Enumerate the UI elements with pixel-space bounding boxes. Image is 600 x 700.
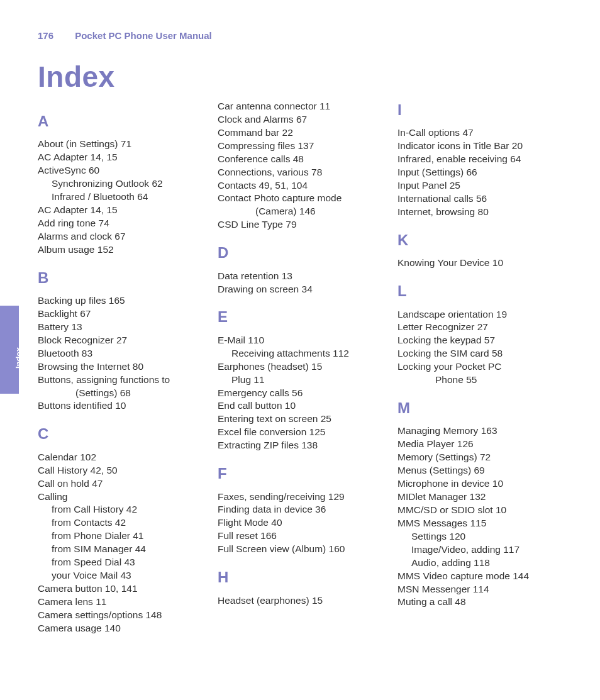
index-entry: Image/Video, adding 117	[397, 543, 562, 557]
index-entry: Browsing the Internet 80	[38, 360, 203, 374]
index-entry: MMC/SD or SDIO slot 10	[397, 504, 562, 517]
index-entry: MIDlet Manager 132	[397, 491, 562, 504]
section-letter: F	[218, 464, 382, 484]
index-entry: Calling	[38, 491, 203, 504]
index-entry: AC Adapter 14, 15	[38, 151, 203, 164]
header-title: Pocket PC Phone User Manual	[75, 30, 212, 41]
index-entry: Camera button 10, 141	[38, 582, 203, 596]
index-entry: Camera usage 140	[38, 622, 203, 635]
index-entry: Infrared / Bluetooth 64	[38, 191, 203, 204]
section-letter: C	[38, 424, 203, 444]
index-entry: Data retention 13	[218, 270, 382, 283]
index-entry: E-Mail 110	[218, 334, 382, 347]
index-entry: Alarms and clock 67	[38, 230, 203, 243]
index-entry: Block Recognizer 27	[38, 334, 203, 347]
index-entry: Excel file conversion 125	[218, 426, 382, 439]
index-entry: Full reset 166	[218, 530, 382, 543]
index-section: AAbout (in Settings) 71AC Adapter 14, 15…	[38, 111, 203, 257]
side-tab-label: Index	[14, 347, 23, 369]
index-entry: Locking your Pocket PC	[397, 360, 562, 374]
index-entry: Infrared, enable receiving 64	[397, 153, 562, 166]
index-entry: Bluetooth 83	[38, 347, 203, 360]
index-entry: Contacts 49, 51, 104	[218, 179, 382, 192]
index-entry: In-Call options 47	[397, 126, 562, 140]
index-entry: Synchronizing Outlook 62	[38, 177, 203, 191]
index-entry: AC Adapter 14, 15	[38, 204, 203, 217]
index-entry: Clock and Alarms 67	[218, 113, 382, 126]
index-entry: Menus (Settings) 69	[397, 464, 562, 477]
index-entry: Landscape orientation 19	[397, 308, 562, 321]
index-entry: Indicator icons in Title Bar 20	[397, 140, 562, 153]
index-entry: from Speed Dial 43	[38, 556, 203, 569]
section-letter: A	[38, 111, 203, 131]
index-entry: ActiveSync 60	[38, 164, 203, 177]
index-section: FFaxes, sending/receiving 129Finding dat…	[218, 464, 382, 556]
index-entry: Camera settings/options 148	[38, 609, 203, 622]
index-entry: Knowing Your Device 10	[397, 257, 562, 270]
index-section: EE-Mail 110Receiving attachments 112Earp…	[218, 307, 382, 452]
index-entry: (Camera) 146	[218, 205, 382, 218]
index-entry: Command bar 22	[218, 126, 382, 140]
section-letter: H	[218, 567, 382, 587]
index-section: LLandscape orientation 19Letter Recogniz…	[397, 281, 562, 387]
index-entry: Full Screen view (Album) 160	[218, 543, 382, 556]
index-section: HHeadset (earphones) 15	[218, 567, 382, 607]
index-entry: MSN Messenger 114	[397, 583, 562, 596]
index-entry: Battery 13	[38, 321, 203, 334]
index-entry: International calls 56	[397, 192, 562, 206]
index-entry: from Call History 42	[38, 503, 203, 516]
section-letter: K	[397, 230, 562, 250]
section-letter: B	[38, 268, 203, 288]
section-letter: M	[397, 398, 562, 418]
index-entry: from Phone Dialer 41	[38, 530, 203, 543]
section-letter: I	[397, 100, 562, 120]
index-entry: Locking the SIM card 58	[397, 347, 562, 360]
index-entry: Emergency calls 56	[218, 387, 382, 400]
index-entry: Album usage 152	[38, 243, 203, 257]
index-entry: MMS Messages 115	[397, 517, 562, 530]
page-number: 176	[38, 30, 53, 41]
index-entry: Contact Photo capture mode	[218, 192, 382, 205]
index-entry: Flight Mode 40	[218, 516, 382, 530]
index-entry: Earphones (headset) 15	[218, 360, 382, 374]
section-letter: L	[397, 281, 562, 301]
index-section: KKnowing Your Device 10	[397, 230, 562, 270]
index-entry: your Voice Mail 43	[38, 569, 203, 582]
index-section: Car antenna connector 11Clock and Alarms…	[218, 100, 382, 231]
index-entry: Plug 11	[218, 374, 382, 387]
index-entry: Managing Memory 163	[397, 425, 562, 438]
index-entry: Locking the keypad 57	[397, 334, 562, 347]
index-entry: Muting a call 48	[397, 596, 562, 609]
index-entry: Entering text on screen 25	[218, 413, 382, 426]
index-entry: Extracting ZIP files 138	[218, 439, 382, 452]
index-entry: Connections, various 78	[218, 166, 382, 179]
index-section: MManaging Memory 163Media Player 126Memo…	[397, 398, 562, 609]
section-letter: E	[218, 307, 382, 327]
index-entry: Backlight 67	[38, 308, 203, 321]
index-section: CCalendar 102Call History 42, 50Call on …	[38, 424, 203, 635]
index-entry: MMS Video capture mode 144	[397, 570, 562, 583]
page-title: Index	[38, 60, 600, 94]
index-entry: Input Panel 25	[397, 179, 562, 192]
index-entry: Add ring tone 74	[38, 217, 203, 230]
index-entry: CSD Line Type 79	[218, 218, 382, 231]
index-entry: Media Player 126	[397, 438, 562, 451]
index-entry: Drawing on screen 34	[218, 283, 382, 296]
side-tab: Index	[0, 306, 19, 394]
index-entry: Calendar 102	[38, 451, 203, 464]
index-entry: Faxes, sending/receiving 129	[218, 491, 382, 504]
index-entry: Letter Recognizer 27	[397, 321, 562, 334]
index-entry: Compressing files 137	[218, 140, 382, 153]
index-entry: Call History 42, 50	[38, 464, 203, 477]
index-entry: Car antenna connector 11	[218, 100, 382, 113]
index-entry: About (in Settings) 71	[38, 138, 203, 151]
index-section: BBacking up files 165Backlight 67Battery…	[38, 268, 203, 413]
index-entry: End call button 10	[218, 399, 382, 413]
index-entry: Phone 55	[397, 374, 562, 387]
index-entry: Camera lens 11	[38, 596, 203, 609]
index-entry: Call on hold 47	[38, 477, 203, 491]
index-entry: Receiving attachments 112	[218, 347, 382, 360]
index-section: DData retention 13Drawing on screen 34	[218, 243, 382, 296]
index-entry: from Contacts 42	[38, 516, 203, 530]
index-entry: Conference calls 48	[218, 153, 382, 166]
